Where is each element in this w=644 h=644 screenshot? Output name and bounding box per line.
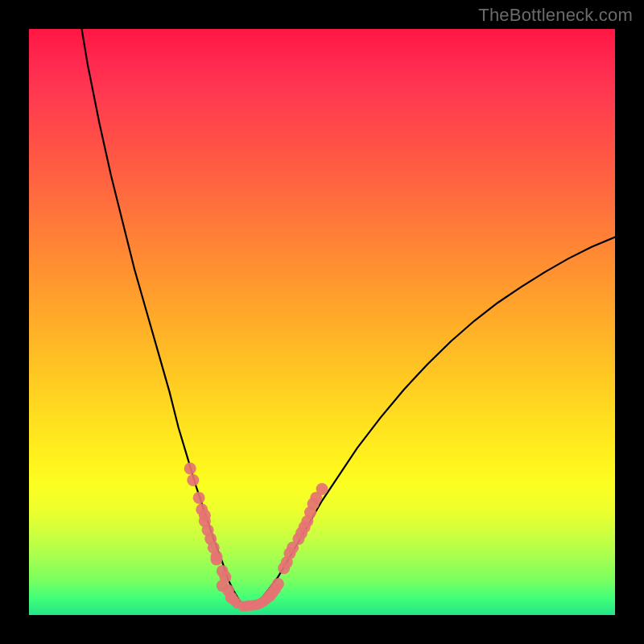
marker-dot <box>316 483 328 495</box>
curve-layer <box>29 29 615 615</box>
bottleneck-curve-left <box>82 29 246 608</box>
bottleneck-curve-right <box>246 237 615 608</box>
marker-group <box>184 463 328 612</box>
chart-frame: TheBottleneck.com <box>0 0 644 644</box>
marker-dot <box>187 474 199 486</box>
marker-dot <box>184 463 196 475</box>
watermark-text: TheBottleneck.com <box>478 5 633 26</box>
plot-area <box>29 29 615 615</box>
marker-dot <box>210 553 222 565</box>
marker-dot <box>193 492 205 504</box>
marker-dot <box>272 578 284 590</box>
